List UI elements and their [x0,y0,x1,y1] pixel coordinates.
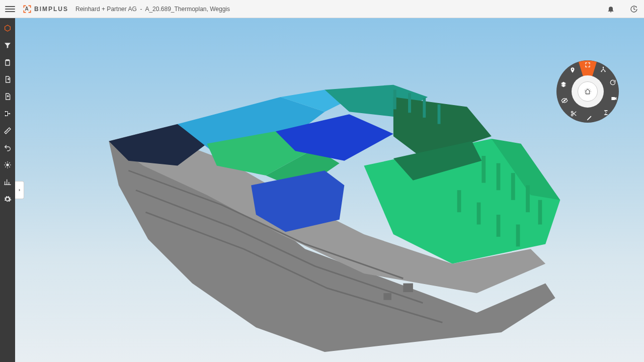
breadcrumb-team[interactable]: Reinhard + Partner AG [75,6,137,13]
radial-pin[interactable] [568,65,578,75]
notifications-icon[interactable] [606,4,616,14]
undo-icon [4,144,12,152]
sidebar-filter[interactable] [3,40,13,50]
sidebar-settings[interactable] [3,194,13,204]
menu-toggle[interactable] [5,4,15,14]
radial-hide[interactable] [559,96,570,106]
tree-icon [600,66,607,73]
refresh-icon [609,79,616,86]
brand-name: BIMPLUS [34,6,68,13]
svg-point-3 [9,113,11,115]
home-icon [584,88,591,95]
svg-marker-25 [492,139,560,200]
svg-point-46 [604,71,605,72]
main [0,18,644,362]
svg-text:A: A [25,6,30,12]
filter-icon [4,41,12,49]
radial-hierarchy[interactable] [598,64,608,74]
breadcrumb-separator: - [140,6,142,13]
svg-marker-24 [364,139,560,264]
svg-marker-26 [393,141,482,180]
sidebar-measure[interactable] [3,126,13,136]
svg-marker-19 [393,97,492,158]
radial-home[interactable] [578,81,598,102]
svg-rect-30 [526,186,530,213]
svg-marker-13 [109,141,555,352]
chart-icon [4,178,12,186]
layers-icon [560,81,567,88]
gear-icon [4,195,12,203]
radial-edit[interactable] [585,113,595,123]
svg-line-12 [9,162,10,163]
brand[interactable]: A BIMPLUS [22,4,68,14]
panel-expand-handle[interactable] [15,181,24,199]
svg-marker-22 [276,114,393,161]
svg-rect-37 [408,93,411,113]
viewport-3d[interactable] [15,18,644,362]
svg-marker-14 [109,131,545,293]
svg-point-1 [5,111,7,113]
ruler-icon [4,127,12,135]
svg-point-45 [601,71,602,72]
sidebar-structure[interactable] [3,109,13,119]
svg-line-9 [5,162,6,163]
sidebar-model-explorer[interactable] [3,23,13,33]
expand-icon [584,61,591,68]
topbar: A BIMPLUS Reinhard + Partner AG - A_20.6… [0,0,644,18]
radial-fullscreen[interactable] [583,60,593,70]
radial-menu [554,58,621,125]
svg-marker-21 [266,148,339,190]
svg-rect-36 [393,89,396,109]
svg-rect-39 [438,105,441,124]
svg-rect-29 [511,173,515,200]
svg-rect-35 [516,225,520,247]
svg-line-11 [5,166,6,167]
sigma-icon [602,109,609,116]
clipboard-icon [4,58,12,66]
model-render [40,38,624,352]
svg-point-4 [6,163,9,166]
svg-marker-23 [251,170,344,232]
nodes-icon [4,110,12,118]
svg-rect-34 [497,215,501,237]
sidebar-sun[interactable] [3,160,13,170]
pencil-icon [586,114,593,121]
radial-sum[interactable] [601,108,611,118]
eye-off-icon [561,97,568,104]
svg-marker-20 [207,131,315,175]
svg-rect-27 [481,156,486,183]
breadcrumb-project[interactable]: A_20.689_Thermoplan, Weggis [145,6,230,13]
radial-cut[interactable] [569,109,579,119]
sidebar-undo[interactable] [3,143,13,153]
sidebar-revisions[interactable] [3,92,13,102]
svg-marker-15 [109,124,207,166]
sidebar-compare[interactable] [3,177,13,187]
pin-icon [569,67,576,74]
svg-rect-33 [477,203,481,225]
svg-point-44 [603,67,604,68]
svg-marker-18 [325,85,428,117]
svg-rect-28 [497,163,501,191]
breadcrumb: Reinhard + Partner AG - A_20.689_Thermop… [75,6,230,13]
radial-refresh[interactable] [608,77,618,87]
camera-icon [610,95,617,102]
document-in-icon [4,93,12,101]
svg-marker-17 [281,89,354,112]
svg-point-2 [5,115,7,117]
svg-rect-32 [457,190,461,212]
cube-icon [4,24,12,32]
sun-icon [4,161,12,169]
svg-marker-16 [178,97,325,151]
sidebar [0,18,15,362]
brand-logo-icon: A [22,4,32,14]
radial-camera[interactable] [609,94,619,104]
sidebar-documents[interactable] [3,74,13,84]
svg-rect-40 [403,284,413,293]
history-icon[interactable] [629,4,639,14]
sidebar-clipboard[interactable] [3,57,13,67]
svg-rect-38 [423,98,426,118]
svg-line-10 [9,166,10,167]
radial-layers[interactable] [558,79,569,89]
document-out-icon [4,75,12,83]
scissors-icon [570,110,577,117]
